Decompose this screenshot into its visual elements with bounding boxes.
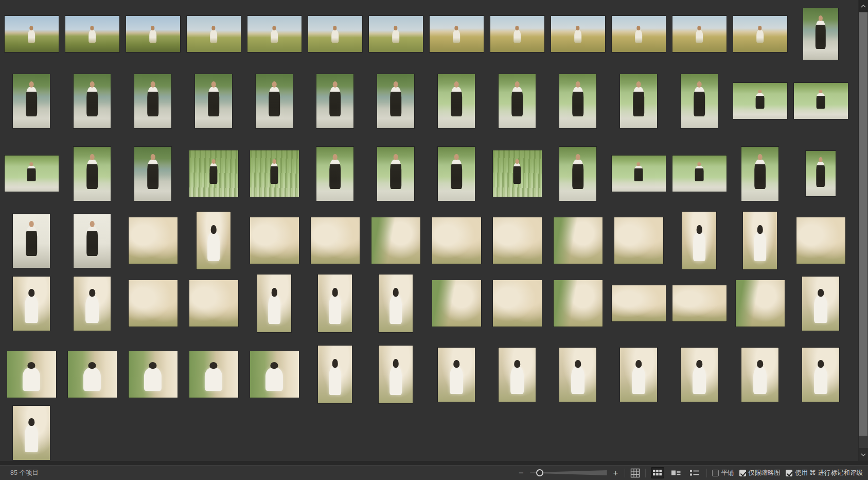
photo-thumbnail[interactable]	[129, 217, 178, 264]
photo-thumbnail[interactable]	[493, 280, 542, 327]
photo-thumbnail[interactable]	[672, 156, 727, 192]
photo-thumbnail[interactable]	[74, 74, 111, 128]
cmd-rating-checkbox[interactable]: 使用 ⌘ 进行标记和评级	[786, 469, 863, 477]
photo-thumbnail[interactable]	[250, 351, 299, 398]
photo-thumbnail[interactable]	[802, 277, 839, 331]
photo-thumbnail[interactable]	[682, 212, 716, 269]
photo-thumbnail[interactable]	[620, 348, 657, 402]
photo-thumbnail[interactable]	[318, 346, 352, 403]
photo-thumbnail[interactable]	[68, 351, 117, 398]
photo-thumbnail[interactable]	[493, 150, 542, 197]
photo-thumbnail[interactable]	[681, 74, 718, 128]
photo-thumbnail[interactable]	[129, 351, 178, 398]
photo-thumbnail[interactable]	[189, 280, 238, 327]
photo-thumbnail[interactable]	[257, 275, 291, 332]
photo-thumbnail[interactable]	[74, 214, 111, 268]
photo-thumbnail[interactable]	[741, 147, 778, 201]
photo-thumbnail[interactable]	[134, 74, 171, 128]
photo-thumbnail[interactable]	[554, 280, 603, 327]
photo-thumbnail[interactable]	[612, 156, 666, 192]
photo-thumbnail[interactable]	[672, 16, 727, 52]
photo-thumbnail[interactable]	[430, 16, 484, 52]
photo-thumbnail[interactable]	[806, 151, 836, 196]
photo-thumbnail[interactable]	[316, 74, 353, 128]
photo-thumbnail[interactable]	[733, 16, 787, 52]
tile-checkbox[interactable]: 平铺	[712, 469, 734, 477]
photo-thumbnail[interactable]	[559, 348, 596, 402]
photo-thumbnail[interactable]	[13, 406, 50, 460]
photo-thumbnail[interactable]	[129, 280, 178, 327]
photo-thumbnail[interactable]	[318, 275, 352, 332]
thumbnail-size-slider[interactable]	[530, 469, 607, 476]
photo-thumbnail[interactable]	[377, 74, 414, 128]
photo-thumbnail[interactable]	[803, 8, 838, 60]
photo-thumbnail[interactable]	[250, 150, 299, 197]
photo-thumbnail[interactable]	[741, 348, 778, 402]
photo-thumbnail[interactable]	[13, 277, 50, 331]
photo-thumbnail[interactable]	[438, 74, 475, 128]
photo-thumbnail[interactable]	[369, 16, 423, 52]
photo-thumbnail[interactable]	[736, 280, 785, 327]
thumbnails-only-checkbox[interactable]: 仅限缩略图	[739, 469, 781, 477]
photo-thumbnail[interactable]	[7, 351, 56, 398]
photo-thumbnail[interactable]	[247, 16, 302, 52]
photo-thumbnail[interactable]	[250, 217, 299, 264]
photo-thumbnail[interactable]	[13, 214, 50, 268]
photo-thumbnail[interactable]	[379, 275, 413, 332]
photo-thumbnail[interactable]	[614, 217, 663, 264]
photo-thumbnail[interactable]	[65, 16, 119, 52]
checkbox-icon[interactable]	[712, 470, 719, 476]
photo-thumbnail[interactable]	[74, 277, 111, 331]
photo-thumbnail[interactable]	[559, 147, 596, 201]
photo-thumbnail[interactable]	[794, 83, 848, 119]
photo-thumbnail[interactable]	[187, 16, 241, 52]
scrollbar-thumb[interactable]	[859, 12, 867, 436]
photo-thumbnail[interactable]	[5, 156, 59, 192]
photo-thumbnail[interactable]	[499, 348, 536, 402]
zoom-in-button[interactable]: +	[612, 469, 619, 477]
thumbnail-view-button[interactable]	[651, 467, 664, 478]
photo-thumbnail[interactable]	[377, 147, 414, 201]
photo-thumbnail[interactable]	[681, 348, 718, 402]
photo-thumbnail[interactable]	[438, 348, 475, 402]
photo-thumbnail[interactable]	[311, 217, 360, 264]
photo-thumbnail[interactable]	[74, 147, 111, 201]
photo-thumbnail[interactable]	[551, 16, 605, 52]
vertical-scrollbar[interactable]	[858, 0, 868, 461]
photo-thumbnail[interactable]	[493, 217, 542, 264]
checkbox-icon[interactable]	[739, 470, 746, 476]
slider-knob[interactable]	[536, 469, 543, 476]
photo-thumbnail[interactable]	[126, 16, 180, 52]
photo-thumbnail[interactable]	[743, 212, 777, 269]
photo-thumbnail[interactable]	[612, 16, 666, 52]
scroll-down-button[interactable]	[859, 448, 868, 461]
photo-thumbnail[interactable]	[195, 74, 232, 128]
scroll-up-button[interactable]	[859, 0, 868, 12]
photo-thumbnail[interactable]	[308, 16, 362, 52]
photo-thumbnail[interactable]	[620, 74, 657, 128]
photo-thumbnail[interactable]	[796, 217, 845, 264]
checkbox-icon[interactable]	[786, 470, 792, 476]
photo-thumbnail[interactable]	[316, 147, 353, 201]
grid-lines-icon[interactable]	[630, 468, 640, 478]
photo-thumbnail[interactable]	[5, 16, 59, 52]
photo-thumbnail[interactable]	[802, 348, 839, 402]
photo-thumbnail[interactable]	[733, 83, 787, 119]
photo-thumbnail[interactable]	[672, 285, 727, 321]
photo-thumbnail[interactable]	[554, 217, 603, 264]
photo-thumbnail[interactable]	[499, 74, 536, 128]
photo-thumbnail[interactable]	[432, 280, 481, 327]
photo-thumbnail[interactable]	[432, 217, 481, 264]
zoom-out-button[interactable]: −	[518, 469, 525, 477]
list-view-button[interactable]	[688, 467, 701, 478]
photo-thumbnail[interactable]	[134, 147, 171, 201]
photo-thumbnail[interactable]	[371, 217, 420, 264]
photo-thumbnail[interactable]	[490, 16, 544, 52]
photo-thumbnail[interactable]	[438, 147, 475, 201]
photo-thumbnail[interactable]	[13, 74, 50, 128]
photo-thumbnail[interactable]	[559, 74, 596, 128]
photo-thumbnail[interactable]	[256, 74, 293, 128]
photo-thumbnail[interactable]	[379, 346, 413, 403]
photo-thumbnail[interactable]	[197, 212, 231, 269]
photo-thumbnail[interactable]	[189, 150, 238, 197]
